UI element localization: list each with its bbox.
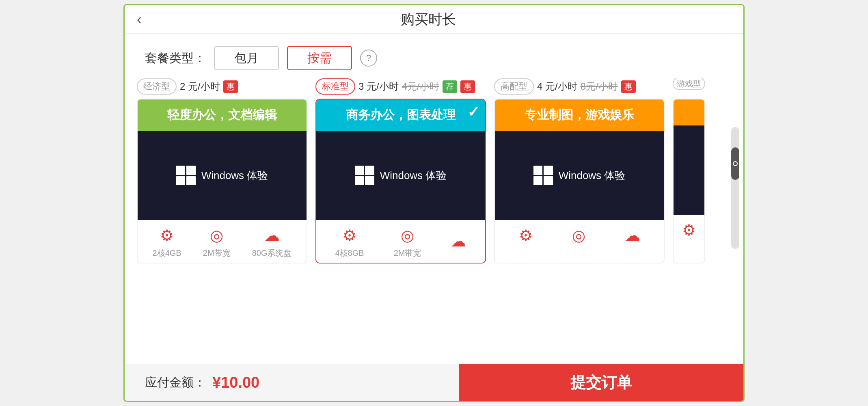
economy-speed-spec: ◎ 2M带宽 (203, 227, 231, 259)
plan-header-economy: 经济型 2 元/小时 惠 (137, 78, 307, 95)
highend-price-strike: 8元/小时 (581, 80, 618, 93)
back-button[interactable]: ‹ (137, 12, 142, 27)
amount-value: ¥10.00 (212, 374, 259, 391)
economy-tag: 经济型 (137, 78, 177, 95)
windows-logo-economy: Windows 体验 (176, 166, 268, 185)
storage-icon: ☁ (264, 227, 280, 244)
ondemand-button[interactable]: 按需 (287, 46, 352, 70)
highend-cpu-spec: ⚙ (519, 227, 533, 248)
gaming-specs: ⚙ (674, 215, 704, 243)
page-title: 购买时长 (150, 10, 707, 29)
storage-icon-std: ☁ (451, 232, 466, 250)
plan-card-gaming[interactable]: ⚙ (673, 99, 705, 263)
plan-headers: 经济型 2 元/小时 惠 标准型 3 元/小时 4元/小时 荐 惠 高配 (137, 78, 731, 95)
economy-card-header: 轻度办公，文档编辑 (138, 99, 307, 131)
plan-card-economy[interactable]: 轻度办公，文档编辑 Windows 体验 ⚙ (137, 99, 307, 263)
highend-storage-spec: ☁ (625, 227, 640, 248)
standard-tag: 标准型 (315, 78, 355, 95)
windows-text-highend: Windows 体验 (559, 168, 626, 183)
highend-price: 4 元/小时 (537, 80, 577, 93)
gaming-card-header (674, 99, 704, 125)
economy-cpu-spec: ⚙ 2核4GB (153, 227, 181, 259)
economy-storage-label: 80G系统盘 (252, 248, 292, 259)
plan-card-highend[interactable]: 专业制图，游戏娱乐 Windows 体验 ⚙ (494, 99, 665, 263)
economy-specs: ⚙ 2核4GB ◎ 2M带宽 ☁ 80G系统盘 (138, 220, 307, 263)
standard-specs: ⚙ 4核8GB ◎ 2M带宽 ☁ (316, 220, 485, 263)
economy-card-screen: Windows 体验 (138, 131, 307, 220)
highend-badge-hui: 惠 (621, 80, 636, 93)
cpu-icon-game: ⚙ (682, 221, 696, 239)
windows-text-standard: Windows 体验 (380, 168, 447, 183)
scroll-thumb-icon (733, 161, 738, 166)
plan-header-standard: 标准型 3 元/小时 4元/小时 荐 惠 (315, 78, 486, 95)
plan-cards: 轻度办公，文档编辑 Windows 体验 ⚙ (137, 99, 731, 263)
economy-storage-spec: ☁ 80G系统盘 (252, 227, 292, 259)
highend-speed-spec: ◎ (572, 227, 585, 248)
check-icon: ✓ (467, 104, 479, 121)
storage-icon-hi: ☁ (625, 227, 640, 244)
economy-cpu-label: 2核4GB (153, 248, 181, 259)
windows-logo-standard: Windows 体验 (355, 166, 447, 185)
app-outer: ‹ 购买时长 套餐类型： 包月 按需 ? 经济型 2 元/小时 惠 (0, 0, 868, 406)
highend-specs: ⚙ ◎ ☁ (495, 220, 664, 252)
economy-price: 2 元/小时 (180, 80, 220, 93)
highend-tag: 高配型 (494, 78, 534, 95)
win-grid-standard (355, 166, 374, 185)
cpu-icon: ⚙ (160, 227, 174, 244)
package-type-row: 套餐类型： 包月 按需 ? (125, 34, 743, 78)
speed-icon-std: ◎ (401, 227, 414, 244)
standard-cpu-spec: ⚙ 4核8GB (335, 227, 364, 259)
amount-label: 应付金额： (145, 374, 206, 391)
bottom-bar: 应付金额： ¥10.00 提交订单 (125, 364, 743, 401)
standard-cpu-label: 4核8GB (335, 248, 364, 259)
highend-card-header: 专业制图，游戏娱乐 (495, 99, 664, 131)
plan-card-standard[interactable]: 商务办公，图表处理 ✓ Windows 体验 (315, 99, 486, 263)
windows-text-economy: Windows 体验 (201, 168, 268, 183)
standard-speed-spec: ◎ 2M带宽 (394, 227, 421, 259)
win-grid-economy (176, 166, 196, 185)
plan-header-gaming: 游戏型 (673, 78, 705, 95)
plan-header-highend: 高配型 4 元/小时 8元/小时 惠 (494, 78, 665, 95)
cpu-icon-hi: ⚙ (519, 227, 533, 244)
standard-price-strike: 4元/小时 (402, 80, 439, 93)
plans-scroll[interactable]: 经济型 2 元/小时 惠 标准型 3 元/小时 4元/小时 荐 惠 高配 (137, 78, 731, 364)
standard-card-header: 商务办公，图表处理 ✓ (316, 99, 485, 131)
scroll-thumb[interactable] (731, 147, 739, 180)
bottom-amount-section: 应付金额： ¥10.00 (125, 364, 459, 401)
economy-badge-hui: 惠 (223, 80, 238, 93)
standard-badge-hui: 惠 (460, 80, 475, 93)
standard-card-screen: Windows 体验 (316, 131, 485, 220)
app-container: ‹ 购买时长 套餐类型： 包月 按需 ? 经济型 2 元/小时 惠 (123, 4, 745, 402)
help-button[interactable]: ? (360, 50, 377, 67)
package-type-label: 套餐类型： (145, 50, 206, 67)
win-grid-highend (533, 166, 553, 185)
plans-section: 经济型 2 元/小时 惠 标准型 3 元/小时 4元/小时 荐 惠 高配 (125, 78, 743, 364)
standard-storage-spec: ☁ (451, 232, 466, 253)
cpu-icon-std: ⚙ (343, 227, 356, 244)
windows-logo-highend: Windows 体验 (533, 166, 626, 185)
scroll-indicator (731, 127, 739, 249)
standard-price: 3 元/小时 (358, 80, 399, 93)
highend-card-screen: Windows 体验 (495, 131, 664, 220)
economy-speed-label: 2M带宽 (203, 248, 231, 259)
monthly-button[interactable]: 包月 (214, 46, 279, 70)
gaming-screen (674, 125, 704, 215)
standard-badge-tui: 荐 (443, 80, 457, 93)
gaming-cpu-spec: ⚙ (682, 221, 696, 239)
speed-icon-hi: ◎ (572, 227, 585, 244)
standard-speed-label: 2M带宽 (394, 248, 421, 259)
submit-button[interactable]: 提交订单 (459, 364, 743, 401)
gaming-tag: 游戏型 (673, 78, 705, 90)
header: ‹ 购买时长 (125, 5, 743, 34)
speed-icon: ◎ (210, 227, 223, 244)
